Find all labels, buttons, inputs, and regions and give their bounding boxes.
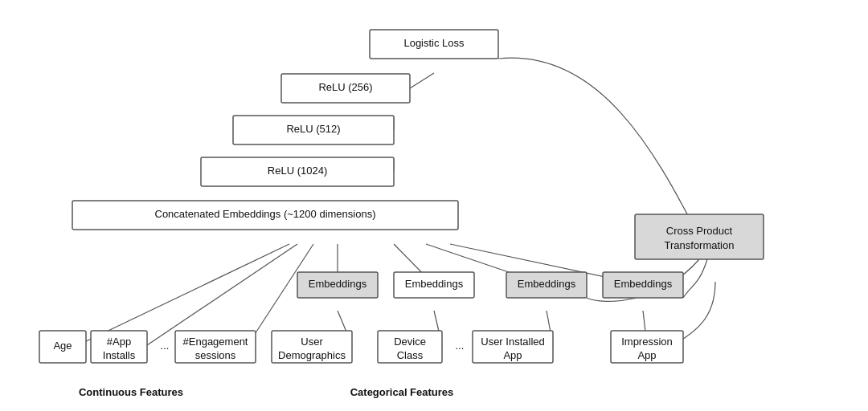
impression-app-label-line1: Impression — [621, 336, 673, 348]
cross-product-label-line2: Transformation — [665, 239, 735, 251]
relu512-label: ReLU (512) — [286, 123, 340, 135]
embeddings3-label: Embeddings — [518, 278, 576, 290]
concat-label: Concatenated Embeddings (~1200 dimension… — [155, 208, 376, 220]
embeddings4-label: Embeddings — [614, 278, 673, 290]
app-installs-label-line2: Installs — [103, 349, 136, 361]
relu256-label: ReLU (256) — [318, 81, 372, 93]
embeddings2-label: Embeddings — [405, 278, 464, 290]
device-class-label-line1: Device — [394, 336, 426, 348]
architecture-diagram: Logistic Loss ReLU (256) ReLU (512) ReLU… — [0, 0, 868, 411]
device-class-label-line2: Class — [397, 349, 424, 361]
edge-loss-cross — [498, 58, 699, 237]
user-installed-label-line2: App — [503, 349, 522, 361]
dots1-label: ... — [161, 340, 170, 352]
impression-app-label-line2: App — [637, 349, 656, 361]
logistic-loss-label: Logistic Loss — [403, 37, 465, 49]
user-demographics-label-line2: Demographics — [278, 349, 346, 361]
edge-cross-emb4 — [683, 259, 707, 298]
edge-loss-relu256 — [410, 73, 434, 88]
edge-concat-appinstalls — [147, 244, 297, 345]
categorical-features-label: Categorical Features — [350, 386, 454, 398]
dots2-label: ... — [456, 340, 465, 352]
engagement-label-line2: sessions — [195, 349, 236, 361]
embeddings1-label: Embeddings — [309, 278, 367, 290]
user-demographics-label-line1: User — [301, 336, 323, 348]
age-label: Age — [53, 340, 72, 352]
app-installs-label-line1: #App — [107, 336, 131, 348]
cross-product-label-line1: Cross Product — [666, 225, 733, 237]
user-installed-label-line1: User Installed — [481, 336, 544, 348]
continuous-features-label: Continuous Features — [79, 386, 183, 398]
relu1024-label: ReLU (1024) — [268, 165, 327, 177]
engagement-label-line1: #Engagement — [183, 336, 248, 348]
